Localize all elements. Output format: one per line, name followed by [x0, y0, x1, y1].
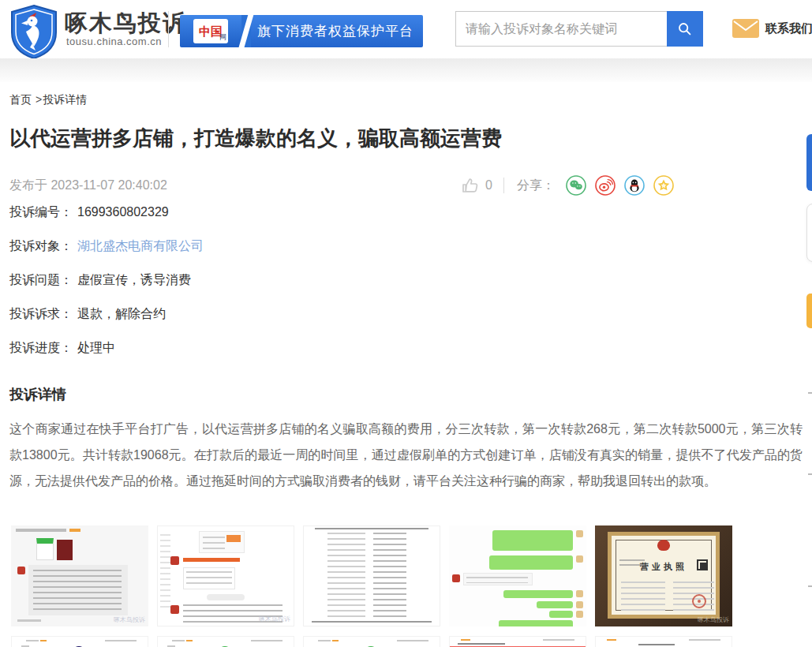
- status-bar-marks: [461, 639, 470, 641]
- breadcrumb: 首页>投诉详情: [9, 93, 87, 107]
- attachment-thumbnail-chat-2[interactable]: 啄木鸟投诉: [157, 525, 294, 626]
- license-frame: 营业执照: [608, 532, 720, 619]
- banner-slash-divider: [241, 15, 251, 47]
- attachment-thumbnail-chat-1[interactable]: 啄木鸟投诉: [11, 525, 148, 626]
- status-bar-marks: [638, 644, 675, 645]
- contact-us[interactable]: 联系我们：t: [732, 19, 812, 38]
- status-bar-marks: [458, 643, 505, 645]
- attachment-thumbnail-transfer-list[interactable]: [303, 525, 440, 626]
- field-label: 投诉对象：: [9, 239, 73, 252]
- chat-bubble-green: [537, 601, 573, 608]
- thumb-deco: [69, 529, 80, 532]
- share-icon-group: [566, 175, 674, 196]
- status-bar-marks: [318, 640, 331, 641]
- thumb-card: [199, 531, 245, 553]
- chat-bubble-green: [489, 555, 573, 570]
- thumb-orange-heading: [183, 558, 240, 562]
- attachment-thumbnail-partial-3[interactable]: [303, 636, 440, 647]
- scroll-marker: [808, 392, 812, 394]
- chat-bubble-green: [503, 590, 573, 598]
- status-bar-marks: [251, 640, 283, 641]
- floating-widget-yellow[interactable]: [806, 294, 812, 328]
- thumb-avatar: [576, 555, 583, 563]
- thumb-timestamp-lines: [160, 534, 170, 610]
- breadcrumb-current: 投诉详情: [43, 93, 87, 106]
- attachment-thumbnail-partial-1[interactable]: [11, 636, 148, 647]
- field-label: 投诉问题：: [9, 273, 73, 286]
- thumb-table: [183, 567, 235, 589]
- envelope-icon: [732, 19, 759, 38]
- meta-divider: [503, 178, 504, 193]
- site-header: 啄木鸟投诉 tousu.china.com.cn 中国 网 旗下消费者权益保护平…: [0, 0, 812, 58]
- search-input[interactable]: [455, 11, 667, 47]
- china-net-logo: 中国 网: [180, 15, 241, 47]
- thumb-record-lines: [373, 533, 406, 621]
- status-bar-marks: [40, 640, 47, 641]
- chat-bubble-green: [492, 530, 573, 551]
- floating-widget[interactable]: [806, 204, 812, 262]
- field-value: 退款，解除合约: [77, 307, 166, 320]
- thumb-deco: [17, 619, 41, 622]
- search-button[interactable]: [667, 11, 703, 47]
- breadcrumb-home[interactable]: 首页: [9, 93, 32, 106]
- field-value: 虚假宣传，诱导消费: [77, 273, 191, 286]
- banner-tagline: 旗下消费者权益保护平台: [251, 15, 423, 47]
- attachment-thumbnail-partial-4[interactable]: [449, 636, 586, 647]
- share-wechat-icon[interactable]: [566, 175, 586, 196]
- field-value: 1699360802329: [77, 205, 169, 219]
- share-label: 分享：: [517, 178, 555, 194]
- share-qzone-icon[interactable]: [653, 175, 674, 196]
- chat-bubble-white: [463, 573, 533, 585]
- floating-complaint-button[interactable]: [806, 134, 812, 191]
- detail-section-heading: 投诉详情: [9, 385, 66, 404]
- thumb-avatar: [576, 530, 583, 537]
- attachment-thumbnail-partial-5[interactable]: [595, 636, 732, 647]
- contact-us-label[interactable]: 联系我们：t: [765, 21, 812, 36]
- status-bar-marks: [105, 640, 137, 641]
- company-link[interactable]: 湖北盛杰电商有限公司: [77, 239, 204, 252]
- complaint-fields: 投诉编号：1699360802329 投诉对象：湖北盛杰电商有限公司 投诉问题：…: [9, 195, 204, 365]
- thumb-avatar: [170, 605, 179, 614]
- china-net-banner: 中国 网 旗下消费者权益保护平台: [180, 15, 423, 47]
- thumbs-up-icon[interactable]: [461, 176, 480, 195]
- thumb-product-image: [57, 540, 73, 560]
- thumb-avatar: [576, 601, 583, 608]
- search-bar: [455, 11, 703, 47]
- like-share-group: 0 分享：: [461, 174, 674, 197]
- share-qq-icon[interactable]: [624, 175, 645, 196]
- thumb-product-image: [36, 538, 54, 560]
- thumb-deco: [312, 621, 432, 625]
- thumb-text-lines: [33, 570, 122, 611]
- thumb-deco: [315, 528, 428, 532]
- thumb-watermark: 啄木鸟投诉: [114, 615, 145, 624]
- site-logo-shield-icon[interactable]: [8, 4, 60, 59]
- field-complaint-demand: 投诉诉求：退款，解除合约: [9, 297, 204, 331]
- status-bar-marks: [172, 640, 185, 641]
- thumb-text-lines: [186, 571, 232, 587]
- chat-bubble-green: [499, 620, 573, 626]
- meta-row: 发布于 2023-11-07 20:40:02 0 分享：: [0, 174, 812, 197]
- thumb-watermark: 啄木鸟投诉: [698, 615, 729, 624]
- thumb-text-lines: [203, 537, 225, 549]
- complaint-detail-page: 啄木鸟投诉 tousu.china.com.cn 中国 网 旗下消费者权益保护平…: [0, 0, 812, 647]
- field-complaint-number: 投诉编号：1699360802329: [9, 195, 204, 229]
- attachment-thumbnail-wechat-chat[interactable]: [449, 525, 586, 626]
- chat-bubble-green: [549, 611, 573, 618]
- status-bar-marks: [689, 639, 720, 641]
- share-weibo-icon[interactable]: [595, 175, 616, 196]
- complaint-detail-text: 这个商家通过在快手平台打广告，以代运营拼多店铺的名义骗取高额的费用，分三次转款，…: [9, 416, 803, 494]
- status-bar-marks: [543, 639, 574, 641]
- breadcrumb-separator: >: [36, 93, 42, 106]
- thumb-avatar: [576, 611, 583, 618]
- site-url: tousu.china.com.cn: [66, 36, 162, 47]
- field-label: 投诉诉求：: [9, 307, 73, 320]
- license-qr-code: [697, 559, 708, 570]
- license-red-stamp: [692, 594, 706, 608]
- page-title: 以代运营拼多店铺，打造爆款的名义，骗取高额运营费: [9, 125, 803, 152]
- thumb-avatar: [576, 590, 583, 597]
- like-count: 0: [485, 178, 492, 193]
- scroll-marker: [808, 585, 812, 587]
- field-complaint-progress: 投诉进度：处理中: [9, 331, 204, 365]
- attachment-thumbnail-business-license[interactable]: 营业执照 啄木鸟投诉: [595, 525, 732, 626]
- attachment-thumbnail-partial-2[interactable]: [157, 636, 294, 647]
